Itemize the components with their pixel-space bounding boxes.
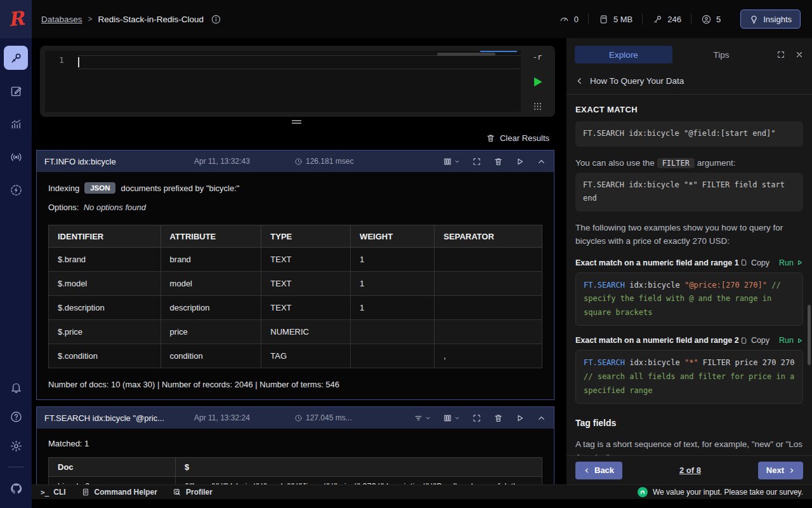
expand-panel-icon[interactable] bbox=[776, 50, 785, 59]
results-area: Clear Results FT.INFO idx:bicycle Apr 11… bbox=[32, 127, 561, 485]
trash-icon bbox=[486, 133, 495, 143]
editor-resize-handle[interactable] bbox=[32, 117, 561, 127]
breadcrumb-databases-link[interactable]: Databases bbox=[41, 15, 82, 24]
indexing-info: Indexing JSON documents prefixed by "bic… bbox=[48, 182, 542, 194]
options-info: Options: No options found bbox=[48, 203, 542, 212]
columns-view-icon bbox=[443, 157, 452, 166]
feedback-smile-icon bbox=[638, 487, 648, 497]
play-outline-icon bbox=[796, 337, 803, 344]
view-columns-button[interactable] bbox=[443, 157, 460, 166]
view-columns-button[interactable] bbox=[443, 413, 460, 423]
panel-window-controls bbox=[776, 50, 804, 59]
gauge-icon bbox=[559, 14, 570, 25]
rerun-command-button[interactable] bbox=[515, 413, 525, 423]
tab-explore[interactable]: Explore bbox=[575, 46, 672, 64]
fullscreen-button[interactable] bbox=[472, 413, 481, 423]
lightbulb-icon bbox=[749, 15, 759, 24]
back-button[interactable]: Back bbox=[575, 462, 622, 479]
command-helper-button[interactable]: Command Helper bbox=[81, 488, 157, 497]
table-row: $.descriptiondescriptionTEXT1 bbox=[49, 296, 542, 320]
result-card-header[interactable]: FT.INFO idx:bicycle Apr 11, 13:32:43 126… bbox=[37, 150, 554, 172]
page-indicator: 2 of 8 bbox=[679, 465, 701, 475]
explore-tabs: Explore Tips bbox=[566, 38, 812, 70]
index-summary: Number of docs: 10 (max 30) | Number of … bbox=[48, 380, 542, 389]
fullscreen-button[interactable] bbox=[472, 157, 481, 166]
sidebar-item-analytics[interactable] bbox=[4, 112, 28, 136]
command-text: FT.INFO idx:bicycle bbox=[44, 157, 189, 166]
search-results-table: Doc $ bicycle:0{\"brand\":\"Velorim\",\"… bbox=[48, 457, 542, 485]
delete-result-button[interactable] bbox=[494, 157, 503, 166]
panel-scrollbar-thumb[interactable] bbox=[808, 305, 811, 365]
query-editor-input[interactable]: 1 bbox=[45, 51, 521, 112]
sidebar-item-pubsub[interactable] bbox=[4, 145, 28, 169]
delete-result-button[interactable] bbox=[494, 413, 503, 423]
rerun-command-button[interactable] bbox=[515, 157, 525, 166]
stat-memory: 5 MB bbox=[589, 14, 642, 25]
result-card-body: Matched: 1 Doc $ bicycle:0{\"brand\":\"V… bbox=[37, 429, 554, 485]
db-stats: 0 5 MB 246 5 Insights bbox=[549, 10, 801, 29]
table-header-row: IDENTIFIER ATTRIBUTE TYPE WEIGHT SEPARAT… bbox=[49, 225, 542, 248]
editor-horizontal-scrollbar[interactable] bbox=[437, 53, 495, 56]
settings-button[interactable] bbox=[5, 435, 27, 457]
database-info-button[interactable] bbox=[211, 14, 221, 25]
help-button[interactable] bbox=[5, 406, 27, 427]
cli-button[interactable]: >_ CLI bbox=[41, 488, 66, 497]
key-icon bbox=[652, 14, 663, 25]
raw-mode-indicator[interactable]: -r bbox=[533, 53, 542, 62]
document-icon bbox=[81, 488, 90, 497]
collapse-result-button[interactable] bbox=[537, 157, 546, 166]
card-actions bbox=[414, 413, 546, 423]
run-code-button[interactable]: Run bbox=[779, 336, 803, 345]
sidebar-item-triggers-functions[interactable] bbox=[4, 178, 28, 202]
editor-caret bbox=[78, 57, 79, 67]
table-row: $.conditionconditionTAG, bbox=[49, 344, 542, 368]
clients-icon bbox=[701, 14, 712, 25]
sidebar-item-workbench[interactable] bbox=[4, 79, 28, 103]
profiler-button[interactable]: Profiler bbox=[173, 488, 213, 497]
run-query-button[interactable] bbox=[530, 74, 545, 90]
tab-tips[interactable]: Tips bbox=[672, 46, 770, 64]
play-outline-icon bbox=[515, 413, 525, 423]
command-timestamp: Apr 11, 13:32:43 bbox=[194, 157, 289, 166]
notifications-button[interactable] bbox=[5, 377, 27, 398]
redis-logo: R bbox=[0, 0, 32, 38]
main-area: 1 -r bbox=[32, 38, 812, 485]
stat-keys-value: 246 bbox=[667, 15, 681, 24]
copy-code-button[interactable]: Copy bbox=[740, 336, 769, 345]
top-bar: Databases > Redis-Stack-in-Redis-Cloud 0… bbox=[32, 0, 812, 38]
fullscreen-icon bbox=[472, 157, 481, 166]
run-code-button[interactable]: Run bbox=[779, 258, 803, 267]
example-header: Exact match on a numeric field and range… bbox=[575, 258, 803, 267]
play-icon bbox=[530, 74, 545, 90]
view-type-button[interactable] bbox=[414, 413, 431, 423]
profiler-icon bbox=[173, 488, 181, 497]
copy-code-button[interactable]: Copy bbox=[740, 258, 769, 267]
trash-icon bbox=[494, 413, 503, 423]
command-duration: 127.045 ms... bbox=[294, 413, 409, 422]
column-header: WEIGHT bbox=[351, 225, 435, 248]
chevron-down-icon bbox=[454, 415, 460, 421]
chevron-left-icon bbox=[575, 77, 584, 85]
result-card-ftsearch: FT.SEARCH idx:bicycle "@pric... Apr 11, … bbox=[36, 406, 554, 485]
github-button[interactable] bbox=[5, 478, 27, 499]
fullscreen-icon bbox=[472, 413, 481, 423]
json-type-badge: JSON bbox=[84, 182, 115, 194]
guide-back-button[interactable]: How To Query Your Data bbox=[566, 70, 812, 95]
clear-results-button[interactable]: Clear Results bbox=[32, 127, 561, 149]
resize-grip-icon bbox=[292, 120, 301, 124]
collapse-result-button[interactable] bbox=[537, 413, 546, 423]
close-panel-icon[interactable] bbox=[795, 50, 804, 59]
command-text: FT.SEARCH idx:bicycle "@pric... bbox=[44, 413, 189, 423]
drag-grid-icon[interactable] bbox=[533, 102, 542, 111]
result-card-header[interactable]: FT.SEARCH idx:bicycle "@pric... Apr 11, … bbox=[37, 407, 554, 429]
survey-link[interactable]: We value your input. Please take our sur… bbox=[638, 487, 803, 497]
column-header: SEPARATOR bbox=[435, 225, 542, 248]
command-duration: 126.181 msec bbox=[294, 157, 438, 166]
insights-button[interactable]: Insights bbox=[740, 10, 801, 29]
next-button[interactable]: Next bbox=[758, 462, 803, 479]
example-title: Exact match on a numeric field and range… bbox=[575, 336, 740, 345]
chevron-down-icon bbox=[454, 159, 460, 164]
sidebar-item-browser[interactable] bbox=[4, 46, 28, 70]
matched-count: Matched: 1 bbox=[48, 439, 542, 448]
trash-icon bbox=[494, 157, 503, 166]
